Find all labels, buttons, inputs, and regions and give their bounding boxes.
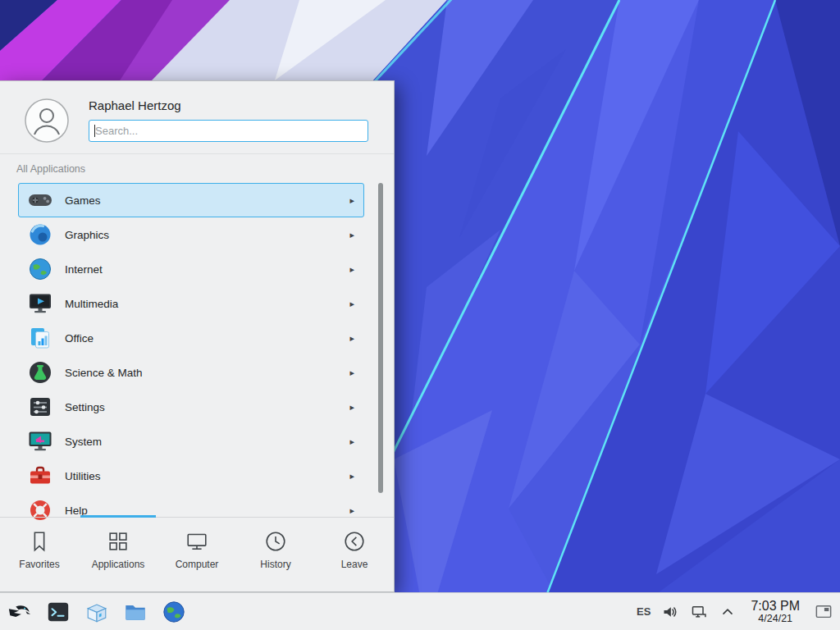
submenu-arrow-icon: ▸ xyxy=(349,195,354,206)
submenu-arrow-icon: ▸ xyxy=(349,299,354,309)
category-label: Utilities xyxy=(65,470,101,482)
file-manager-icon xyxy=(123,600,148,624)
clock-date: 4/24/21 xyxy=(751,613,800,624)
category-list: Games ▸ Graphics ▸ xyxy=(18,183,364,527)
internet-icon xyxy=(27,256,53,282)
launcher-header: Raphael Hertzog xyxy=(0,81,394,153)
leave-icon xyxy=(342,529,367,554)
header-divider xyxy=(0,153,394,154)
launcher-tab-bar: Favorites Applications xyxy=(0,517,394,591)
games-icon xyxy=(27,187,53,213)
category-item-utilities[interactable]: Utilities ▸ xyxy=(18,459,364,493)
category-item-games[interactable]: Games ▸ xyxy=(18,183,364,217)
text-cursor xyxy=(94,125,95,137)
category-label: Internet xyxy=(65,263,103,276)
taskbar: ES xyxy=(0,592,840,630)
submenu-arrow-icon: ▸ xyxy=(349,471,354,482)
computer-icon xyxy=(185,529,209,554)
category-item-office[interactable]: Office ▸ xyxy=(18,321,364,355)
chevron-up-icon[interactable] xyxy=(719,603,737,621)
web-browser-icon xyxy=(162,600,186,624)
system-tray: ES xyxy=(637,599,840,625)
tab-leave[interactable]: Leave xyxy=(315,518,394,591)
history-icon xyxy=(263,529,288,554)
tab-label: History xyxy=(260,559,290,570)
submenu-arrow-icon: ▸ xyxy=(349,333,354,344)
category-label: Games xyxy=(65,194,101,207)
category-item-graphics[interactable]: Graphics ▸ xyxy=(18,217,364,252)
settings-icon xyxy=(27,394,53,420)
tab-label: Computer xyxy=(176,559,219,570)
web-browser-button[interactable] xyxy=(161,599,187,625)
terminal-button[interactable] xyxy=(45,599,71,625)
tab-computer[interactable]: Computer xyxy=(158,518,236,591)
science-icon xyxy=(27,359,53,386)
taskbar-left xyxy=(0,599,187,625)
show-desktop-icon[interactable] xyxy=(814,603,833,621)
office-icon xyxy=(27,325,53,351)
digital-clock[interactable]: 7:03 PM 4/24/21 xyxy=(747,599,803,625)
category-label: Science & Math xyxy=(65,367,143,379)
keyboard-layout-indicator[interactable]: ES xyxy=(637,605,651,618)
submenu-arrow-icon: ▸ xyxy=(349,505,354,516)
clock-time: 7:03 PM xyxy=(751,599,800,614)
terminal-icon xyxy=(46,600,71,624)
application-launcher-menu: Raphael Hertzog All Applications xyxy=(0,80,395,592)
user-name: Raphael Hertzog xyxy=(89,98,181,112)
category-label: Multimedia xyxy=(65,298,118,310)
tab-favorites[interactable]: Favorites xyxy=(0,518,79,591)
software-center-icon xyxy=(84,600,109,624)
category-item-internet[interactable]: Internet ▸ xyxy=(18,252,364,286)
category-label: System xyxy=(65,436,102,448)
desktop: Raphael Hertzog All Applications xyxy=(0,0,840,630)
tab-label: Leave xyxy=(341,559,368,570)
category-item-settings[interactable]: Settings ▸ xyxy=(18,390,364,424)
applications-icon xyxy=(106,529,130,554)
search-input[interactable] xyxy=(89,121,368,141)
utilities-icon xyxy=(27,463,53,489)
tab-history[interactable]: History xyxy=(236,518,315,591)
favorites-icon xyxy=(27,529,52,554)
user-avatar[interactable] xyxy=(25,98,69,143)
submenu-arrow-icon: ▸ xyxy=(349,436,354,447)
submenu-arrow-icon: ▸ xyxy=(349,402,354,413)
software-center-button[interactable] xyxy=(84,599,110,625)
file-manager-button[interactable] xyxy=(122,599,148,625)
category-label: Graphics xyxy=(65,229,109,241)
category-item-system[interactable]: System ▸ xyxy=(18,424,364,459)
app-launcher-button[interactable] xyxy=(7,599,33,625)
tab-label: Applications xyxy=(92,559,145,570)
graphics-icon xyxy=(27,221,53,248)
category-item-science-math[interactable]: Science & Math ▸ xyxy=(18,355,364,390)
tab-label: Favorites xyxy=(19,559,59,570)
volume-icon[interactable] xyxy=(661,603,679,621)
scrollbar[interactable] xyxy=(378,183,383,493)
kali-logo-icon xyxy=(7,600,32,624)
category-label: Settings xyxy=(65,401,105,413)
tab-applications[interactable]: Applications xyxy=(79,518,158,591)
multimedia-icon xyxy=(27,290,53,317)
section-label: All Applications xyxy=(16,163,85,175)
submenu-arrow-icon: ▸ xyxy=(349,230,354,240)
submenu-arrow-icon: ▸ xyxy=(349,264,354,275)
system-icon xyxy=(27,428,53,454)
active-tab-indicator xyxy=(80,515,156,518)
submenu-arrow-icon: ▸ xyxy=(349,368,354,378)
network-icon[interactable] xyxy=(690,603,708,621)
category-item-multimedia[interactable]: Multimedia ▸ xyxy=(18,286,364,321)
category-label: Office xyxy=(65,332,94,345)
search-field[interactable] xyxy=(89,120,368,142)
